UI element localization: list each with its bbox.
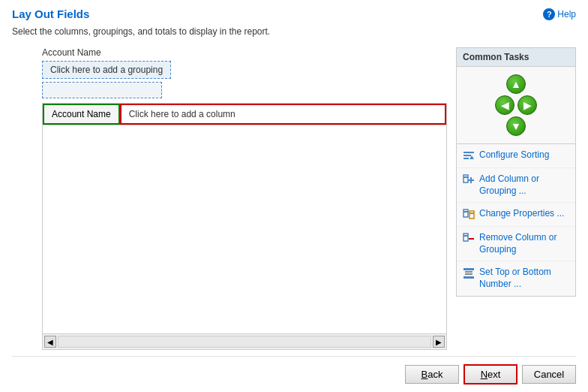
help-link[interactable]: ? Help bbox=[543, 8, 576, 20]
nav-arrows: ▲ ◀ ▶ ▼ bbox=[457, 67, 575, 143]
account-name-column[interactable]: Account Name bbox=[43, 104, 120, 125]
svg-rect-5 bbox=[464, 176, 468, 178]
svg-rect-18 bbox=[465, 273, 472, 275]
change-props-icon bbox=[463, 209, 475, 221]
add-column-grouping-task[interactable]: Add Column or Grouping ... bbox=[457, 168, 575, 203]
svg-rect-1 bbox=[464, 155, 471, 156]
nav-up-button[interactable]: ▲ bbox=[506, 74, 526, 94]
change-properties-label: Change Properties ... bbox=[479, 208, 564, 220]
add-column-icon bbox=[463, 174, 475, 186]
svg-rect-16 bbox=[464, 276, 474, 279]
back-button[interactable]: Back bbox=[405, 365, 459, 384]
remove-icon bbox=[463, 233, 475, 245]
add-column-button[interactable]: Click here to add a column bbox=[120, 104, 446, 125]
grouping-label: Account Name bbox=[42, 47, 447, 58]
svg-rect-13 bbox=[464, 235, 468, 237]
page-title: Lay Out Fields bbox=[12, 8, 89, 20]
help-label: Help bbox=[557, 9, 576, 20]
help-icon: ? bbox=[543, 8, 555, 20]
nav-right-button[interactable]: ▶ bbox=[518, 95, 537, 115]
grouping-subbox bbox=[42, 82, 162, 98]
add-column-grouping-label: Add Column or Grouping ... bbox=[479, 173, 569, 197]
columns-header: Account Name Click here to add a column bbox=[43, 104, 446, 125]
svg-rect-8 bbox=[464, 210, 468, 217]
svg-rect-9 bbox=[464, 211, 468, 213]
nav-down-button[interactable]: ▼ bbox=[506, 116, 526, 136]
svg-rect-17 bbox=[465, 271, 472, 273]
set-top-bottom-label: Set Top or Bottom Number ... bbox=[479, 267, 569, 290]
svg-rect-2 bbox=[464, 158, 469, 159]
nav-left-button[interactable]: ◀ bbox=[495, 95, 514, 115]
svg-rect-12 bbox=[464, 234, 468, 241]
page-subtitle: Select the columns, groupings, and total… bbox=[12, 26, 576, 37]
scroll-right-arrow[interactable]: ▶ bbox=[433, 336, 445, 348]
remove-column-grouping-task[interactable]: Remove Column or Grouping bbox=[457, 227, 575, 261]
svg-rect-4 bbox=[464, 175, 468, 182]
svg-rect-11 bbox=[470, 213, 474, 214]
cancel-button[interactable]: Cancel bbox=[522, 365, 576, 384]
horizontal-scrollbar[interactable]: ◀ ▶ bbox=[43, 333, 446, 349]
scroll-left-arrow[interactable]: ◀ bbox=[44, 336, 56, 348]
set-top-bottom-task[interactable]: Set Top or Bottom Number ... bbox=[457, 261, 575, 295]
add-grouping-button[interactable]: Click here to add a grouping bbox=[42, 61, 171, 79]
columns-container: Account Name Click here to add a column … bbox=[42, 103, 447, 350]
configure-sorting-label: Configure Sorting bbox=[479, 149, 549, 161]
svg-rect-15 bbox=[464, 268, 474, 270]
columns-body bbox=[43, 125, 446, 333]
remove-column-grouping-label: Remove Column or Grouping bbox=[479, 232, 569, 255]
change-properties-task[interactable]: Change Properties ... bbox=[457, 203, 575, 227]
sort-icon bbox=[463, 150, 475, 162]
svg-rect-10 bbox=[470, 211, 474, 219]
set-topbottom-icon bbox=[463, 267, 475, 279]
common-tasks-panel: Common Tasks ▲ ◀ ▶ ▼ bbox=[456, 47, 576, 297]
scroll-track[interactable] bbox=[58, 336, 431, 348]
next-button[interactable]: Next bbox=[464, 364, 518, 384]
svg-rect-0 bbox=[464, 152, 474, 153]
common-tasks-title: Common Tasks bbox=[457, 48, 575, 67]
footer: Back Next Cancel bbox=[12, 356, 576, 384]
configure-sorting-task[interactable]: Configure Sorting bbox=[457, 144, 575, 168]
